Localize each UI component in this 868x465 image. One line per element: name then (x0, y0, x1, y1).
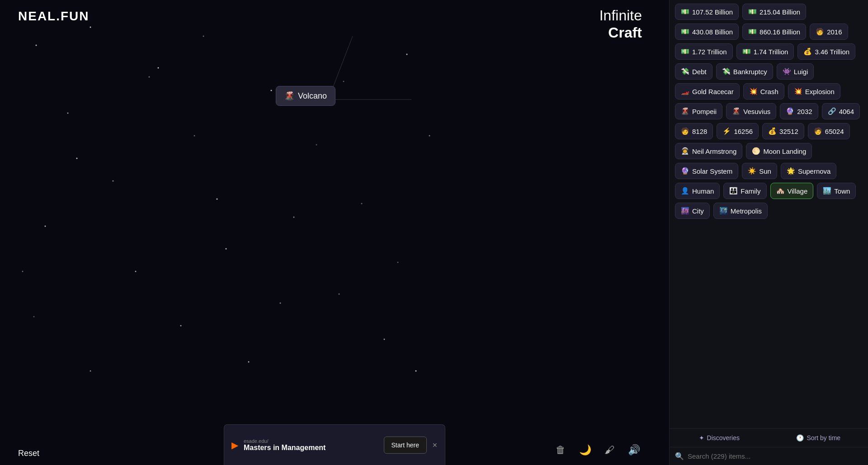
ad-arrow-icon: ▶ (231, 440, 238, 451)
item-label: Metropolis (731, 207, 762, 215)
item-chip-4064[interactable]: 🔗4064 (822, 103, 860, 119)
item-chip-3.46-trillion[interactable]: 💰3.46 Trillion (797, 43, 855, 60)
toolbar-icons: 🗑 🌙 🖌 🔊 (552, 442, 642, 458)
item-chip-32512[interactable]: 💰32512 (762, 123, 804, 139)
item-label: Crash (760, 88, 778, 95)
item-chip-pompeii[interactable]: 🌋Pompeii (675, 103, 722, 119)
svg-point-27 (149, 76, 150, 78)
svg-point-7 (271, 90, 272, 91)
sidebar-tab-sort-by-time[interactable]: 🕐Sort by time (769, 429, 868, 447)
reset-button[interactable]: Reset (18, 449, 39, 458)
svg-point-30 (397, 262, 399, 263)
svg-point-15 (135, 271, 137, 272)
item-label: City (692, 207, 704, 215)
supernova-icon: 🌟 (787, 167, 795, 175)
item-chip-vesuvius[interactable]: 🌋Vesuvius (726, 103, 776, 119)
item-chip-explosion[interactable]: 💥Explosion (788, 83, 840, 100)
item-chip-sun[interactable]: ☀️Sun (742, 163, 777, 179)
16256-icon: ⚡ (722, 127, 731, 135)
item-chip-neil-armstrong[interactable]: 👨‍🚀Neil Armstrong (675, 143, 742, 159)
svg-point-11 (361, 203, 363, 204)
trash-icon[interactable]: 🗑 (552, 442, 569, 458)
item-chip-metropolis[interactable]: 🌃Metropolis (713, 203, 768, 219)
item-chip-solar-system[interactable]: 🔮Solar System (675, 163, 738, 179)
village-icon: 🏘️ (776, 187, 785, 195)
human-icon: 👤 (681, 187, 689, 195)
ad-close-button[interactable]: ✕ (432, 441, 438, 449)
item-chip-107.52-billion[interactable]: 💵107.52 Billion (675, 4, 739, 20)
svg-point-22 (248, 361, 250, 363)
item-chip-crash[interactable]: 💥Crash (743, 83, 784, 100)
money-icon: 💵 (681, 28, 689, 36)
item-chip-city[interactable]: 🌆City (675, 203, 710, 219)
item-chip-bankruptcy[interactable]: 💸Bankruptcy (716, 63, 773, 80)
32512-icon: 💰 (768, 127, 777, 135)
moon-icon[interactable]: 🌙 (577, 442, 593, 458)
item-chip-16256[interactable]: ⚡16256 (717, 123, 759, 139)
svg-point-3 (90, 27, 91, 28)
item-chip-65024[interactable]: 🧑65024 (808, 123, 850, 139)
item-chip-860.16-billion[interactable]: 💵860.16 Billion (742, 24, 806, 40)
item-chip-430.08-billion[interactable]: 💵430.08 Billion (675, 24, 739, 40)
item-chip-2032[interactable]: 🔮2032 (780, 103, 818, 119)
2032-icon: 🔮 (786, 107, 794, 115)
svg-point-2 (36, 45, 37, 46)
crash-icon: 💥 (749, 87, 758, 95)
family-icon: 👨‍👩‍👦 (729, 187, 738, 195)
item-label: Pompeii (692, 108, 717, 115)
item-chip-1.74-trillion[interactable]: 💵1.74 Trillion (736, 43, 794, 60)
item-label: 32512 (779, 128, 798, 135)
brush-icon[interactable]: 🖌 (601, 442, 618, 458)
canvas-area[interactable]: NEAL.FUN Infinite Craft 🌋 Volcano Reset … (0, 0, 669, 465)
item-label: 2016 (827, 28, 842, 36)
svg-point-20 (384, 339, 385, 340)
item-chip-luigi[interactable]: 👾Luigi (777, 63, 814, 80)
item-chip-supernova[interactable]: 🌟Supernova (781, 163, 837, 179)
tab-label: Discoveries (707, 434, 740, 441)
8128-icon: 🧑 (681, 127, 689, 135)
volcano-element[interactable]: 🌋 Volcano (276, 86, 335, 106)
item-chip-gold-racecar[interactable]: 🏎️Gold Racecar (675, 83, 740, 100)
svg-point-26 (280, 303, 281, 304)
svg-point-31 (194, 135, 195, 137)
item-chip-8128[interactable]: 🧑8128 (675, 123, 713, 139)
metropolis-icon: 🌃 (719, 207, 728, 215)
item-label: 107.52 Billion (692, 8, 733, 16)
svg-point-28 (343, 81, 344, 82)
volume-icon[interactable]: 🔊 (626, 442, 642, 458)
item-chip-debt[interactable]: 💸Debt (675, 63, 712, 80)
svg-point-14 (293, 217, 295, 218)
item-chip-human[interactable]: 👤Human (675, 183, 720, 199)
item-chip-1.72-trillion[interactable]: 💵1.72 Trillion (675, 43, 733, 60)
svg-point-25 (217, 199, 218, 200)
game-title: Infinite Craft (599, 7, 642, 42)
item-chip-moon-landing[interactable]: 🌕Moon Landing (746, 143, 812, 159)
search-icon: 🔍 (675, 452, 684, 460)
sun-icon: ☀️ (748, 167, 756, 175)
sidebar-tab-discoveries[interactable]: ✦Discoveries (670, 429, 769, 447)
svg-point-13 (226, 248, 227, 250)
item-label: Solar System (692, 167, 732, 175)
money-icon: 💵 (681, 8, 689, 16)
item-chip-215.04-billion[interactable]: 💵215.04 Billion (742, 4, 806, 20)
svg-point-24 (76, 158, 78, 159)
neil-icon: 👨‍🚀 (681, 147, 689, 155)
ad-cta-button[interactable]: Start here (384, 437, 427, 454)
item-label: Vesuvius (743, 108, 770, 115)
item-chip-town[interactable]: 🏙️Town (817, 183, 856, 199)
search-input[interactable] (688, 452, 863, 460)
item-chip-village[interactable]: 🏘️Village (770, 183, 814, 199)
65024-icon: 🧑 (814, 127, 822, 135)
money-bag-icon: 💰 (803, 47, 812, 56)
moon-icon: 🌕 (752, 147, 760, 155)
items-scroll[interactable]: 💵107.52 Billion💵215.04 Billion💵430.08 Bi… (670, 0, 868, 428)
item-chip-family[interactable]: 👨‍👩‍👦Family (723, 183, 766, 199)
item-chip-2016[interactable]: 🧑2016 (810, 24, 848, 40)
bottom-toolbar: Reset (18, 449, 39, 458)
svg-point-16 (429, 135, 430, 137)
search-bar: 🔍 (670, 447, 868, 465)
luigi-icon: 👾 (783, 67, 791, 76)
item-label: Human (692, 187, 714, 195)
ad-content: esade.edu/ Masters in Management (244, 438, 378, 452)
svg-point-19 (339, 294, 340, 295)
